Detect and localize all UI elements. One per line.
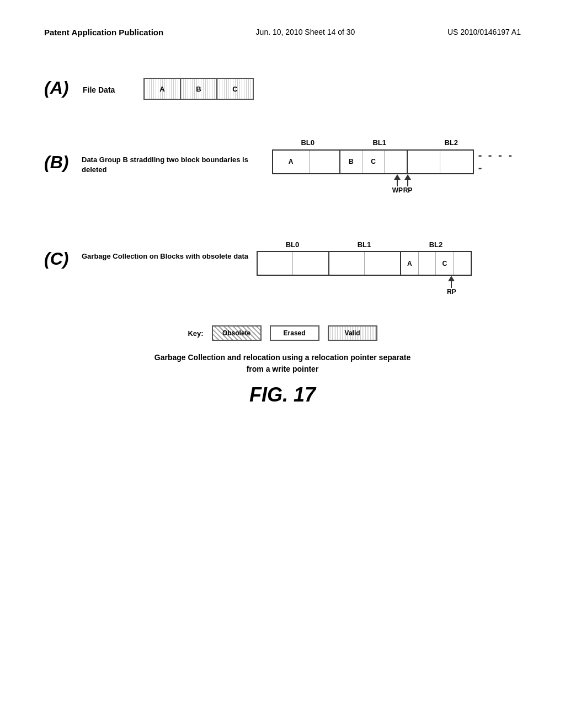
c-cell-empty3 [454, 252, 471, 275]
key-erased-box: Erased [270, 325, 319, 341]
diagram-b: BL0 BL1 BL2 A B C [272, 138, 521, 202]
rp-line-c [451, 281, 452, 288]
key-obsolete-box: Obsolete [212, 325, 262, 341]
section-a-title: File Data [83, 81, 132, 94]
c-cell-c: C [436, 252, 454, 275]
rp-label-c: RP [447, 288, 456, 296]
section-b-label: (B) [44, 133, 77, 173]
patent-number-label: US 2010/0146197 A1 [447, 28, 521, 36]
wp-pointer: WP [392, 174, 403, 194]
b-cell-b2: B [340, 151, 363, 173]
b-cell-empty2 [408, 151, 441, 173]
c-cell-empty1b [365, 252, 400, 275]
file-data-diagram: A B C [143, 78, 254, 100]
rp-arrow-icon-b [404, 174, 411, 180]
date-sheet-label: Jun. 10, 2010 Sheet 14 of 30 [256, 28, 355, 36]
publication-label: Patent Application Publication [44, 28, 163, 37]
c-bl2-label: BL2 [400, 240, 472, 249]
rp-label-b: RP [403, 186, 413, 194]
b-block-labels: BL0 BL1 BL2 [272, 138, 521, 147]
section-a-label: (A) [44, 78, 77, 98]
key-erased-text: Erased [284, 329, 306, 337]
b-block-0: A [272, 149, 339, 174]
b-bl2-label: BL2 [415, 138, 487, 147]
rp-arrow-icon-c [448, 276, 455, 281]
key-valid-item: Valid [328, 325, 377, 341]
section-c: (C) Garbage Collection on Blocks with ob… [44, 235, 521, 303]
figure-label: FIG. 17 [44, 383, 521, 406]
section-b: (B) Data Group B straddling two block bo… [44, 133, 521, 202]
c-block-0 [257, 251, 328, 276]
rp-pointer-c: RP [447, 276, 456, 296]
key-erased-item: Erased [270, 325, 319, 341]
c-cell-empty2 [419, 252, 436, 275]
key-valid-box: Valid [328, 325, 377, 341]
key-obsolete-text: Obsolete [222, 329, 250, 337]
key-obsolete-item: Obsolete [212, 325, 262, 341]
b-cell-empty1 [385, 151, 406, 173]
page: Patent Application Publication Jun. 10, … [0, 0, 565, 728]
c-block-labels: BL0 BL1 BL2 [257, 240, 472, 249]
c-pointers: RP [257, 276, 472, 303]
section-b-description: Data Group B straddling two block bounda… [82, 133, 264, 175]
c-cell-empty0b [293, 252, 328, 275]
wp-line [397, 180, 398, 186]
wp-arrow-icon [394, 174, 401, 180]
key-label: Key: [188, 329, 203, 338]
key-section: Key: Obsolete Erased Valid [44, 325, 521, 341]
b-pointers: WP RP [272, 174, 487, 202]
rp-line-b [407, 180, 408, 186]
block-c: C [217, 79, 253, 99]
b-cell-empty3 [440, 151, 473, 173]
c-block-1 [328, 251, 400, 276]
section-a: (A) File Data A B C [44, 76, 521, 100]
figure-caption: Garbage Collection and relocation using … [145, 352, 420, 375]
b-cell-c: C [363, 151, 385, 173]
b-cell-b1 [310, 151, 339, 173]
b-cell-a: A [273, 151, 310, 173]
c-bl1-label: BL1 [328, 240, 400, 249]
c-block-2: A C [400, 251, 472, 276]
header: Patent Application Publication Jun. 10, … [0, 0, 565, 48]
wp-label: WP [392, 186, 403, 194]
c-bl0-label: BL0 [257, 240, 328, 249]
b-bl0-label: BL0 [272, 138, 344, 147]
b-blocks-row: A B C - - - - - [272, 149, 521, 174]
diagram-c: BL0 BL1 BL2 [257, 240, 472, 303]
block-a: A [145, 79, 181, 99]
c-cell-a: A [401, 252, 419, 275]
b-block-1: B C [339, 149, 407, 174]
c-cell-empty1a [329, 252, 365, 275]
b-dashed: - - - - - [478, 149, 521, 174]
block-b: B [181, 79, 217, 99]
c-cell-empty0a [258, 252, 294, 275]
key-valid-text: Valid [345, 329, 360, 337]
section-c-label: (C) [44, 235, 77, 269]
b-block-2 [407, 149, 474, 174]
caption-line1: Garbage Collection and relocation using … [154, 353, 411, 362]
rp-pointer-b: RP [403, 174, 413, 194]
section-c-description: Garbage Collection on Blocks with obsole… [82, 235, 248, 261]
main-content: (A) File Data A B C (B) Data Group B str… [0, 48, 565, 417]
caption-line2: from a write pointer [247, 365, 319, 373]
c-blocks-row: A C [257, 251, 472, 276]
b-bl1-label: BL1 [344, 138, 415, 147]
